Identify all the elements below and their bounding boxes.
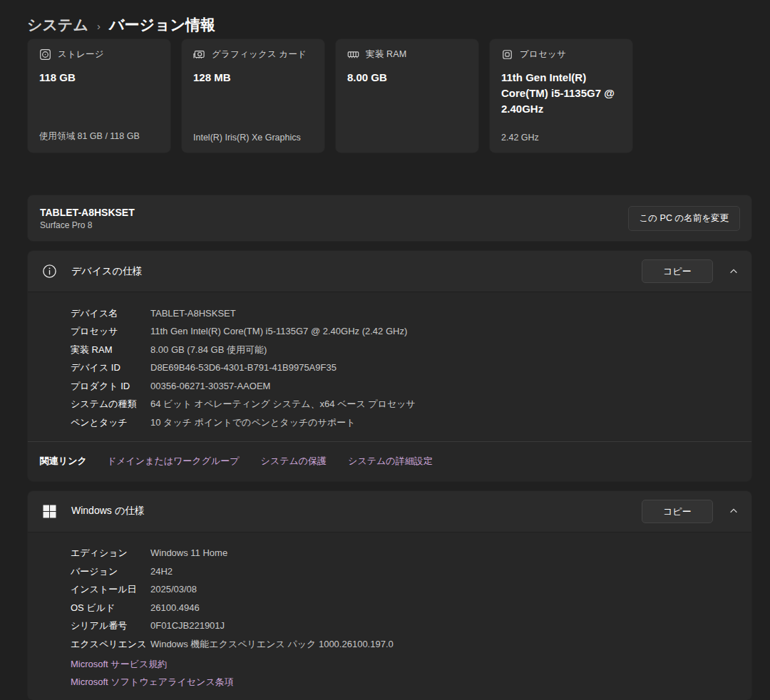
ram-icon [347,48,359,61]
page-title: バージョン情報 [109,15,215,35]
windows-specs-rows: エディション Windows 11 Home バージョン 24H2 インストール… [28,532,751,654]
storage-card: ストレージ 118 GB 使用領域 81 GB / 118 GB [27,38,171,153]
windows-specs-body: エディション Windows 11 Home バージョン 24H2 インストール… [28,532,751,700]
info-icon [41,264,57,279]
spec-label: シリアル番号 [71,621,150,632]
spec-row-version: バージョン 24H2 [28,562,751,581]
spec-value: TABLET-A8HSKSET [150,309,236,319]
processor-card-value: 11th Gen Intel(R) Core(TM) i5-1135G7 @ 2… [501,70,621,116]
rename-pc-button[interactable]: この PC の名前を変更 [628,206,740,231]
graphics-card-subtitle: Intel(R) Iris(R) Xe Graphics [193,133,313,143]
spec-row-device-name: デバイス名 TABLET-A8HSKSET [28,304,751,323]
spec-row-ram: 実装 RAM 8.00 GB (7.84 GB 使用可能) [28,341,751,359]
processor-card-subtitle: 2.42 GHz [501,133,621,143]
device-specs-expander: デバイスの仕様 コピー デバイス名 TABLET-A8HSKSET プロセッサ … [27,250,752,482]
windows-specs-copy-button[interactable]: コピー [642,500,713,523]
spec-label: エディション [71,548,150,559]
storage-icon [39,48,51,61]
windows-specs-expander: Windows の仕様 コピー エディション Windows 11 Home バ… [27,490,752,700]
storage-card-value: 118 GB [39,70,159,86]
spec-value: 24H2 [150,567,173,577]
spec-value: Windows 11 Home [150,548,227,559]
processor-card-label: プロセッサ [520,48,566,61]
spec-label: デバイス ID [71,363,150,374]
microsoft-links: Microsoft サービス規約 Microsoft ソフトウェアライセンス条項 [28,654,751,700]
storage-card-label: ストレージ [58,48,104,61]
link-system-protection[interactable]: システムの保護 [261,455,327,468]
spec-label: プロセッサ [71,326,150,337]
device-model: Surface Pro 8 [40,220,135,230]
device-names: TABLET-A8HSKSET Surface Pro 8 [40,207,135,230]
spec-row-edition: エディション Windows 11 Home [28,545,751,563]
spec-label: プロダクト ID [71,381,150,392]
spec-cards: ストレージ 118 GB 使用領域 81 GB / 118 GB グラフィックス… [27,38,752,153]
ram-card: 実装 RAM 8.00 GB [335,38,479,153]
link-advanced-system-settings[interactable]: システムの詳細設定 [348,455,433,468]
device-specs-copy-button[interactable]: コピー [642,259,713,283]
ram-card-header: 実装 RAM [347,48,467,61]
processor-card-header: プロセッサ [501,48,621,61]
breadcrumb-system-link[interactable]: システム [27,15,88,35]
spec-value: 10 タッチ ポイントでのペンとタッチのサポート [150,418,355,428]
spec-row-serial-number: シリアル番号 0F01CJB221901J [28,617,751,636]
graphics-card-header: グラフィックス カード [193,48,313,61]
device-specs-header[interactable]: デバイスの仕様 コピー [28,251,751,292]
spec-label: システムの種類 [71,399,150,410]
device-specs-body: デバイス名 TABLET-A8HSKSET プロセッサ 11th Gen Int… [28,292,751,481]
chevron-up-icon[interactable] [729,267,739,277]
breadcrumb: システム › バージョン情報 [27,0,752,37]
spec-value: 11th Gen Intel(R) Core(TM) i5-1135G7 @ 2… [150,326,407,337]
device-specs-rows: デバイス名 TABLET-A8HSKSET プロセッサ 11th Gen Int… [28,292,751,441]
spec-row-install-date: インストール日 2025/03/08 [28,581,751,599]
spec-label: ペンとタッチ [71,418,150,428]
device-name-bar: TABLET-A8HSKSET Surface Pro 8 この PC の名前を… [27,195,752,242]
settings-about-page: システム › バージョン情報 ストレージ 118 GB 使用領域 81 GB /… [27,0,752,700]
ram-card-value: 8.00 GB [347,70,467,86]
windows-specs-title: Windows の仕様 [71,505,145,518]
spec-row-experience: エクスペリエンス Windows 機能エクスペリエンス パック 1000.261… [28,635,751,654]
chevron-right-icon: › [97,20,101,32]
related-links-row: 関連リンク ドメインまたはワークグループ システムの保護 システムの詳細設定 [28,441,751,481]
spec-value: 64 ビット オペレーティング システム、x64 ベース プロセッサ [150,399,416,410]
spec-value: 00356-06271-30357-AAOEM [150,381,270,392]
link-domain-workgroup[interactable]: ドメインまたはワークグループ [107,455,240,468]
spec-row-device-id: デバイス ID D8E69B46-53D6-4301-B791-41B9975A… [28,359,751,378]
link-microsoft-services-agreement[interactable]: Microsoft サービス規約 [71,658,751,671]
storage-card-subtitle: 使用領域 81 GB / 118 GB [39,130,159,143]
graphics-card: グラフィックス カード 128 MB Intel(R) Iris(R) Xe G… [181,38,325,153]
spec-value: 8.00 GB (7.84 GB 使用可能) [150,345,267,356]
spec-row-system-type: システムの種類 64 ビット オペレーティング システム、x64 ベース プロセ… [28,396,751,414]
graphics-card-value: 128 MB [193,70,313,86]
cpu-icon [501,48,513,61]
windows-logo-icon [41,503,57,519]
spec-label: 実装 RAM [71,345,150,356]
spec-value: 0F01CJB221901J [150,621,225,632]
ram-card-label: 実装 RAM [366,48,406,61]
spec-label: デバイス名 [71,309,150,319]
spec-value: D8E69B46-53D6-4301-B791-41B9975A9F35 [150,363,337,374]
processor-card: プロセッサ 11th Gen Intel(R) Core(TM) i5-1135… [489,38,633,153]
link-microsoft-software-license[interactable]: Microsoft ソフトウェアライセンス条項 [71,676,751,689]
spec-row-pen-touch: ペンとタッチ 10 タッチ ポイントでのペンとタッチのサポート [28,413,751,432]
spec-label: エクスペリエンス [71,639,150,650]
related-links-label: 関連リンク [40,455,87,468]
device-name: TABLET-A8HSKSET [40,207,135,218]
spec-row-os-build: OS ビルド 26100.4946 [28,599,751,617]
spec-value: 2025/03/08 [150,585,197,595]
spec-value: Windows 機能エクスペリエンス パック 1000.26100.197.0 [150,639,394,650]
spec-row-product-id: プロダクト ID 00356-06271-30357-AAOEM [28,377,751,396]
spec-value: 26100.4946 [150,603,200,614]
device-specs-title: デバイスの仕様 [71,265,143,278]
spec-label: インストール日 [71,585,150,595]
spec-label: OS ビルド [71,603,150,614]
graphics-card-label: グラフィックス カード [212,48,307,61]
chevron-up-icon[interactable] [729,506,739,516]
windows-specs-header[interactable]: Windows の仕様 コピー [28,491,751,532]
graphics-card-icon [193,48,205,61]
storage-card-header: ストレージ [39,48,159,61]
spec-row-processor: プロセッサ 11th Gen Intel(R) Core(TM) i5-1135… [28,323,751,341]
spec-label: バージョン [71,567,150,577]
